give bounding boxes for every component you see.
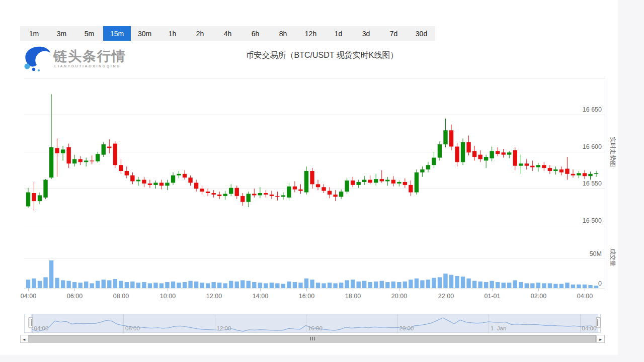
navigator-handle-left[interactable] (29, 317, 33, 328)
candle-body (125, 171, 129, 175)
volume-bar (594, 286, 598, 288)
candle-body (525, 163, 529, 165)
scrollbar[interactable]: ◂▸ (21, 335, 605, 343)
candle-body (142, 180, 146, 184)
candle-body (542, 165, 546, 168)
volume-bar (426, 280, 430, 288)
scrollbar-right-button[interactable]: ▸ (597, 335, 605, 343)
candle-body (553, 169, 557, 171)
candle-body (484, 157, 488, 160)
volume-bar (102, 280, 106, 288)
candle-body (258, 193, 262, 195)
navigator-label: 04:00 (34, 325, 49, 331)
volume-bar (571, 285, 575, 288)
price-axis-label: 16 550 (583, 180, 602, 187)
x-axis-label: 08:00 (113, 293, 129, 300)
x-axis-label: 16:00 (299, 293, 314, 300)
volume-bar (321, 283, 326, 288)
navigator[interactable]: 04:0008:0012:0016:0020:001. Jan04:00 (25, 314, 601, 333)
volume-bar (229, 281, 233, 288)
candle-body (32, 193, 36, 201)
candle-body (594, 173, 598, 174)
volume-bar (536, 283, 540, 288)
volume-bar (490, 281, 494, 288)
candle-body (380, 179, 384, 181)
candle-body (229, 188, 233, 194)
volume-bar (223, 283, 227, 288)
candle-body (507, 152, 511, 154)
candle-body (287, 187, 291, 198)
volume-bar (368, 282, 372, 288)
candle-body (571, 174, 575, 175)
candle-body (26, 193, 30, 207)
candle-body (472, 151, 476, 157)
candle-body (502, 152, 506, 154)
candle-body (49, 147, 53, 177)
candle-body (519, 163, 523, 165)
volume-bar (293, 282, 297, 288)
candle-body (153, 183, 157, 185)
candle-body (339, 192, 343, 197)
volume-bar (391, 282, 395, 288)
candle-body (84, 160, 88, 162)
volume-bar (200, 283, 204, 288)
candle-body (426, 165, 430, 169)
candle-body (548, 168, 552, 171)
volume-bar (333, 283, 337, 288)
x-axis-label: 22:00 (438, 293, 454, 300)
candle-body (391, 180, 395, 184)
candle-body (438, 144, 442, 157)
volume-bar (90, 283, 94, 288)
candle-body (385, 180, 389, 182)
candle-body (206, 192, 210, 193)
candle-body (415, 172, 419, 193)
volume-bar (380, 281, 384, 288)
volume-bar (84, 282, 88, 288)
volume-bar (113, 279, 117, 288)
candle-body (38, 195, 42, 201)
volume-bar (542, 283, 546, 288)
volume-bar (211, 282, 215, 288)
candle-body (333, 195, 337, 197)
candle-body (130, 175, 134, 182)
volume-bar (356, 282, 360, 288)
volume-bar (484, 282, 488, 288)
candle-body (588, 174, 592, 176)
volume-bar (240, 280, 245, 288)
candle-body (420, 169, 424, 172)
navigator-label: 16:00 (308, 325, 323, 331)
navigator-handle-right[interactable] (596, 317, 600, 328)
navigator-label: 04:00 (582, 325, 597, 331)
candle-body (397, 182, 401, 184)
volume-bar (142, 282, 146, 288)
volume-bar (153, 283, 157, 288)
candle-body (188, 177, 192, 183)
volume-bar (577, 285, 581, 288)
candle-body (455, 147, 459, 162)
bottom-margin (0, 355, 644, 362)
candle-body (200, 189, 204, 192)
candle-body (304, 171, 308, 193)
volume-bar (583, 285, 587, 288)
x-axis-label: 06:00 (67, 293, 83, 300)
volume-bar (298, 283, 302, 288)
candle-body (66, 147, 70, 163)
candle-body (490, 151, 494, 158)
candle-body (194, 183, 198, 189)
x-axis-label: 10:00 (160, 293, 176, 300)
volume-bar (125, 282, 129, 288)
candle-body (223, 194, 227, 196)
volume-bar (339, 283, 343, 288)
candle-body (328, 191, 332, 195)
candle-body (432, 158, 436, 165)
candlestick-series (26, 94, 598, 211)
candle-body (281, 195, 285, 197)
scroll-right-icon: ▸ (599, 337, 602, 342)
candle-body (177, 174, 181, 175)
volume-bar (345, 280, 349, 288)
kline-chart: 16 65016 60016 55016 50050M004:0006:0008… (0, 0, 644, 362)
candle-body (96, 154, 100, 161)
scrollbar-left-button[interactable]: ◂ (21, 335, 29, 343)
page-card: 1m3m5m15m30m1h2h4h6h8h12h1d3d7d30d 链头条行情… (0, 0, 618, 355)
candle-body (136, 180, 140, 182)
